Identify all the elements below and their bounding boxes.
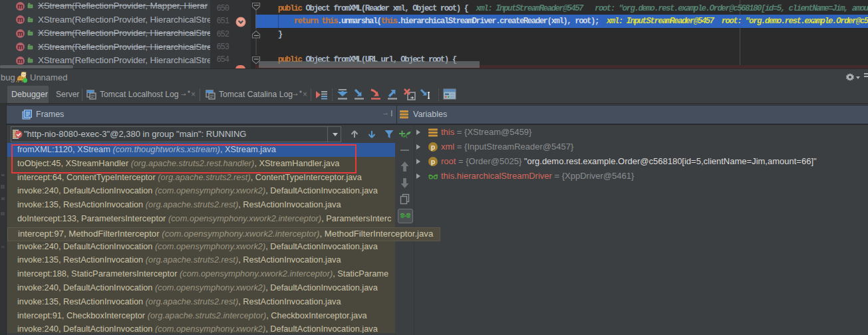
svg-text:p: p (431, 143, 435, 151)
svg-text:p: p (431, 158, 435, 166)
